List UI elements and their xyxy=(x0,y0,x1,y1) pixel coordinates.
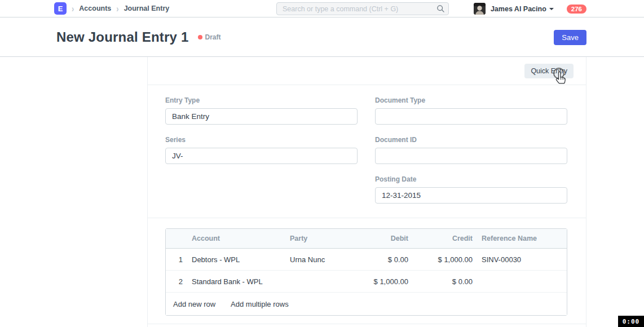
column-header-account: Account xyxy=(187,229,285,249)
document-type-input[interactable] xyxy=(375,108,567,125)
app-logo[interactable]: E xyxy=(54,2,67,15)
cell-reference-name[interactable] xyxy=(477,271,567,293)
table-row[interactable]: 2 Standard Bank - WPL $ 1,000.00 $ 0.00 xyxy=(166,271,567,293)
form-container: Quick Entry Entry Type Series Document T… xyxy=(147,57,586,327)
form-column-left: Entry Type Series xyxy=(165,96,358,215)
form-toolbar: Quick Entry xyxy=(148,57,586,85)
section-divider xyxy=(148,218,586,218)
table-footer-row: Add new row Add multiple rows xyxy=(166,293,567,315)
field-document-id: Document ID xyxy=(375,136,567,164)
status-dot-icon xyxy=(198,35,202,39)
cell-account[interactable]: Standard Bank - WPL xyxy=(187,271,285,293)
cell-account[interactable]: Debtors - WPL xyxy=(187,249,285,271)
row-index: 1 xyxy=(166,249,187,271)
series-label: Series xyxy=(165,136,358,144)
entry-type-label: Entry Type xyxy=(165,96,358,104)
chevron-right-icon: › xyxy=(72,3,74,14)
user-menu[interactable]: James Al Pacino xyxy=(491,5,554,13)
breadcrumb: E › Accounts › Journal Entry xyxy=(54,2,169,15)
user-name: James Al Pacino xyxy=(491,5,546,13)
column-header-idx xyxy=(166,229,187,249)
cell-party[interactable]: Urna Nunc xyxy=(285,249,368,271)
column-header-party: Party xyxy=(285,229,368,249)
column-header-debit: Debit xyxy=(368,229,413,249)
page-title: New Journal Entry 1 xyxy=(56,29,189,45)
form-column-right: Document Type Document ID Posting Date xyxy=(375,96,567,215)
navbar-right: James Al Pacino 276 xyxy=(474,0,586,17)
save-button[interactable]: Save xyxy=(554,30,586,45)
field-series: Series xyxy=(165,136,358,164)
app-logo-letter: E xyxy=(58,5,63,13)
field-posting-date: Posting Date xyxy=(375,175,567,204)
cell-reference-name[interactable]: SINV-00030 xyxy=(477,249,567,271)
document-type-label: Document Type xyxy=(375,96,567,104)
add-new-row-button[interactable]: Add new row xyxy=(173,300,215,308)
status-badge: Draft xyxy=(198,33,221,41)
notification-badge[interactable]: 276 xyxy=(567,5,586,14)
avatar[interactable] xyxy=(474,3,486,15)
column-header-reference-name: Reference Name xyxy=(477,229,567,249)
recording-timer: 0:00 xyxy=(618,316,644,327)
search-icon xyxy=(436,5,445,15)
cell-party[interactable] xyxy=(285,271,368,293)
add-multiple-rows-button[interactable]: Add multiple rows xyxy=(231,300,289,308)
field-entry-type: Entry Type xyxy=(165,96,358,125)
entry-type-input[interactable] xyxy=(165,108,358,125)
caret-down-icon xyxy=(549,8,554,10)
cell-credit[interactable]: $ 0.00 xyxy=(413,271,477,293)
global-search xyxy=(276,2,449,15)
navbar: E › Accounts › Journal Entry James Al Pa… xyxy=(0,0,644,17)
column-header-credit: Credit xyxy=(413,229,477,249)
status-label: Draft xyxy=(205,33,221,41)
search-input[interactable] xyxy=(276,2,449,15)
table-row[interactable]: 1 Debtors - WPL Urna Nunc $ 0.00 $ 1,000… xyxy=(166,249,567,271)
field-document-type: Document Type xyxy=(375,96,567,125)
cell-debit[interactable]: $ 0.00 xyxy=(368,249,413,271)
posting-date-label: Posting Date xyxy=(375,175,567,183)
section-divider xyxy=(148,324,586,324)
table-header-row: Account Party Debit Credit Reference Nam… xyxy=(166,229,567,249)
document-id-input[interactable] xyxy=(375,148,567,164)
row-index: 2 xyxy=(166,271,187,293)
cell-debit[interactable]: $ 1,000.00 xyxy=(368,271,413,293)
accounting-entries-table: Account Party Debit Credit Reference Nam… xyxy=(165,228,567,316)
document-id-label: Document ID xyxy=(375,136,567,144)
posting-date-input[interactable] xyxy=(375,187,567,204)
breadcrumb-item-journal-entry[interactable]: Journal Entry xyxy=(124,5,170,12)
breadcrumb-item-accounts[interactable]: Accounts xyxy=(79,5,111,12)
hand-cursor-icon xyxy=(554,71,567,87)
series-input[interactable] xyxy=(165,148,358,164)
page-head: New Journal Entry 1 Draft Save xyxy=(0,17,644,57)
form-section-main: Entry Type Series Document Type Document… xyxy=(148,85,586,215)
chevron-right-icon: › xyxy=(116,3,118,14)
cell-credit[interactable]: $ 1,000.00 xyxy=(413,249,477,271)
